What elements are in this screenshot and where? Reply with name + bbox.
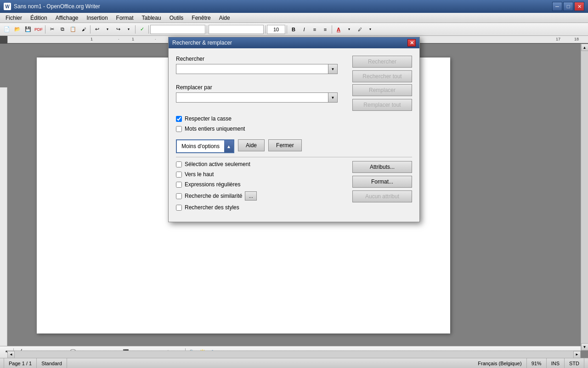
menu-fichier[interactable]: Fichier (2, 14, 26, 22)
title-bar: W Sans nom1 - OpenOffice.org Writer ─ □ … (0, 0, 588, 13)
rechercher-buttons: Rechercher Rechercher tout (352, 56, 412, 82)
remplacer-left: Remplacer par ▼ (176, 84, 338, 109)
rechercher-input[interactable] (176, 64, 328, 74)
rechercher-label: Rechercher (176, 56, 338, 62)
expressions-regulieres-label: Expressions régulières (185, 181, 240, 188)
checkboxes-section: Respecter la casse Mots entiers uniqueme… (176, 115, 412, 132)
rechercher-input-row: ▼ (176, 64, 338, 74)
extended-buttons: Attributs... Format... Aucun attribut (352, 161, 412, 202)
mots-entiers-checkbox[interactable] (176, 126, 182, 132)
find-replace-dialog: Rechercher & remplacer ✕ Rechercher ▼ Re… (168, 37, 420, 222)
extended-row: Sélection active seulement Vers le haut … (176, 161, 412, 214)
menu-fenetre[interactable]: Fenêtre (188, 14, 214, 22)
selection-active-label: Sélection active seulement (185, 161, 250, 167)
moins-options-container[interactable]: Moins d'options ▲ (176, 139, 234, 153)
remplacer-dropdown[interactable]: ▼ (328, 92, 338, 103)
expressions-regulieres-checkbox[interactable] (176, 182, 182, 188)
moins-options-arrow[interactable]: ▲ (224, 140, 233, 152)
remplacer-input[interactable] (176, 92, 328, 103)
rechercher-tout-button[interactable]: Rechercher tout (352, 70, 412, 82)
similarite-settings-button[interactable]: ... (245, 191, 257, 201)
format-button[interactable]: Format... (352, 176, 412, 188)
title-bar-left: W Sans nom1 - OpenOffice.org Writer (4, 3, 100, 10)
vers-le-haut-label: Vers le haut (185, 171, 214, 178)
aide-button[interactable]: Aide (238, 139, 265, 151)
modal-overlay: Rechercher & remplacer ✕ Rechercher ▼ Re… (0, 23, 588, 368)
moins-options-text: Moins d'options (177, 143, 224, 150)
rechercher-section: Rechercher ▼ Rechercher Rechercher tout (176, 56, 412, 82)
rechercher-button[interactable]: Rechercher (352, 56, 412, 68)
app-icon: W (4, 3, 11, 10)
menu-edition[interactable]: Édition (27, 14, 51, 22)
dialog-title: Rechercher & remplacer (172, 40, 232, 46)
mots-entiers-row: Mots entiers uniquement (176, 126, 412, 132)
menu-aide[interactable]: Aide (215, 14, 234, 22)
similarite-label: Recherche de similarité (185, 193, 242, 199)
extended-options: Sélection active seulement Vers le haut … (176, 157, 412, 214)
remplacer-label: Remplacer par (176, 84, 338, 91)
remplacer-button[interactable]: Remplacer (352, 84, 412, 96)
styles-row: Rechercher des styles (176, 204, 352, 211)
respecter-casse-label: Respecter la casse (185, 115, 232, 122)
window-title: Sans nom1 - OpenOffice.org Writer (14, 3, 100, 10)
menu-outils[interactable]: Outils (166, 14, 187, 22)
menu-insertion[interactable]: Insertion (83, 14, 112, 22)
title-bar-controls: ─ □ ✕ (552, 2, 584, 11)
respecter-casse-checkbox[interactable] (176, 116, 182, 122)
dialog-body: Rechercher ▼ Rechercher Rechercher tout … (169, 48, 419, 222)
aucun-attribut-button[interactable]: Aucun attribut (352, 190, 412, 202)
remplacer-buttons: Remplacer Remplacer tout (352, 84, 412, 111)
similarite-checkbox[interactable] (176, 193, 182, 199)
maximize-button[interactable]: □ (563, 2, 573, 11)
styles-label: Rechercher des styles (185, 204, 239, 211)
attributs-button[interactable]: Attributs... (352, 161, 412, 173)
dialog-actions: Moins d'options ▲ Aide Fermer (176, 139, 412, 153)
vers-le-haut-row: Vers le haut (176, 171, 352, 178)
menu-tableau[interactable]: Tableau (138, 14, 165, 22)
minimize-button[interactable]: ─ (552, 2, 562, 11)
remplacer-input-row: ▼ (176, 92, 338, 103)
selection-active-checkbox[interactable] (176, 161, 182, 167)
rechercher-left: Rechercher ▼ (176, 56, 338, 80)
respecter-casse-row: Respecter la casse (176, 115, 412, 122)
rechercher-dropdown[interactable]: ▼ (328, 64, 338, 74)
mots-entiers-label: Mots entiers uniquement (185, 126, 245, 132)
selection-active-row: Sélection active seulement (176, 161, 352, 167)
remplacer-section: Remplacer par ▼ Remplacer Remplacer tout (176, 84, 412, 111)
dialog-title-bar: Rechercher & remplacer ✕ (169, 37, 419, 48)
menu-affichage[interactable]: Affichage (52, 14, 82, 22)
vers-le-haut-checkbox[interactable] (176, 172, 182, 178)
menu-bar: Fichier Édition Affichage Insertion Form… (0, 13, 588, 23)
window-close-button[interactable]: ✕ (574, 2, 584, 11)
dialog-close-button[interactable]: ✕ (407, 39, 416, 46)
remplacer-tout-button[interactable]: Remplacer tout (352, 99, 412, 111)
menu-format[interactable]: Format (113, 14, 137, 22)
extended-checkboxes: Sélection active seulement Vers le haut … (176, 161, 352, 214)
fermer-button[interactable]: Fermer (268, 139, 302, 151)
expressions-regulieres-row: Expressions régulières (176, 181, 352, 188)
similarite-row: Recherche de similarité ... (176, 191, 352, 201)
styles-checkbox[interactable] (176, 205, 182, 211)
